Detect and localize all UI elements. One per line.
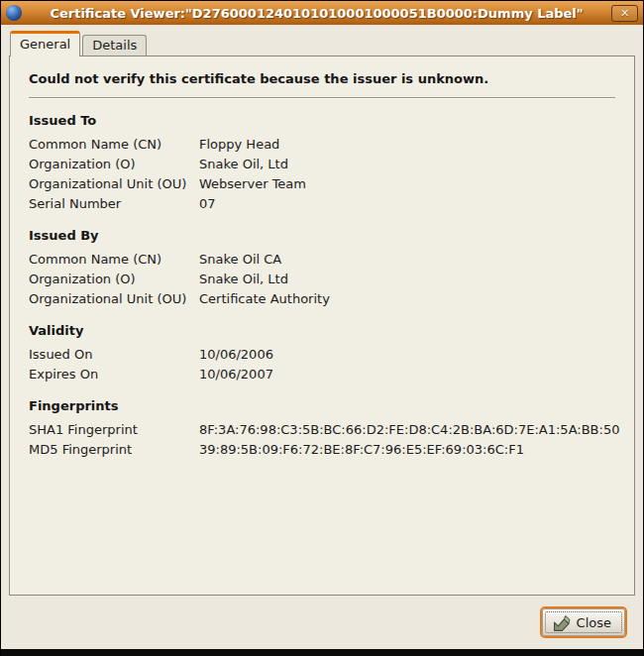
field-value: 10/06/2007	[199, 365, 615, 384]
verification-warning: Could not verify this certificate becaus…	[29, 69, 615, 86]
tab-details-label: Details	[92, 38, 137, 53]
field-value: 39:89:5B:09:F6:72:BE:8F:C7:96:E5:EF:69:0…	[199, 440, 619, 460]
field-label: Issued On	[29, 345, 199, 365]
section-title: Issued To	[29, 113, 615, 128]
field-grid: Issued On 10/06/2006 Expires On 10/06/20…	[29, 345, 615, 384]
field-label: Organizational Unit (OU)	[29, 174, 199, 194]
separator	[29, 97, 615, 99]
close-button[interactable]: Close	[542, 608, 625, 636]
tab-general[interactable]: General	[10, 31, 80, 56]
field-grid: SHA1 Fingerprint 8F:3A:76:98:C3:5B:BC:66…	[29, 420, 615, 460]
field-value: Floppy Head	[199, 135, 615, 155]
field-value: Snake Oil, Ltd	[199, 155, 615, 174]
field-label: SHA1 Fingerprint	[29, 420, 199, 440]
tab-general-label: General	[20, 37, 70, 52]
field-grid: Common Name (CN) Snake Oil CA Organizati…	[29, 250, 615, 309]
section-title: Validity	[29, 323, 615, 338]
section-validity: Validity Issued On 10/06/2006 Expires On…	[29, 323, 615, 384]
titlebar[interactable]: Certificate Viewer:"D2760001240101010001…	[1, 1, 643, 25]
field-label: Common Name (CN)	[29, 135, 199, 155]
field-label: Serial Number	[29, 194, 199, 214]
field-value: Snake Oil, Ltd	[199, 270, 615, 289]
field-value: Webserver Team	[199, 174, 615, 194]
field-value: Certificate Authority	[199, 289, 615, 309]
section-issued-by: Issued By Common Name (CN) Snake Oil CA …	[29, 228, 615, 309]
field-label: Organization (O)	[29, 155, 199, 174]
window-close-button[interactable]: ✕	[611, 5, 638, 22]
field-label: Expires On	[29, 365, 199, 384]
field-label: Organizational Unit (OU)	[29, 289, 199, 309]
window-bottom-border	[1, 649, 643, 656]
section-issued-to: Issued To Common Name (CN) Floppy Head O…	[29, 113, 615, 214]
tab-bar: General Details	[1, 25, 643, 55]
window-title: Certificate Viewer:"D2760001240101010001…	[26, 6, 607, 21]
section-fingerprints: Fingerprints SHA1 Fingerprint 8F:3A:76:9…	[29, 398, 615, 460]
field-value: 10/06/2006	[199, 345, 615, 365]
field-value: 07	[199, 194, 615, 214]
globe-icon	[6, 5, 22, 21]
close-button-label: Close	[577, 615, 611, 630]
dialog-action-area: Close	[1, 596, 643, 649]
field-grid: Common Name (CN) Floppy Head Organizatio…	[29, 135, 615, 214]
field-label: Organization (O)	[29, 270, 199, 289]
field-label: MD5 Fingerprint	[29, 440, 199, 460]
section-title: Fingerprints	[29, 398, 615, 413]
tab-details[interactable]: Details	[82, 35, 147, 55]
field-label: Common Name (CN)	[29, 250, 199, 270]
section-title: Issued By	[29, 228, 615, 243]
certificate-viewer-window: Certificate Viewer:"D2760001240101010001…	[0, 0, 644, 656]
field-value: Snake Oil CA	[199, 250, 615, 270]
general-tab-panel: Could not verify this certificate becaus…	[9, 55, 635, 596]
close-arrow-icon	[552, 613, 572, 632]
close-icon: ✕	[620, 7, 629, 20]
field-value: 8F:3A:76:98:C3:5B:BC:66:D2:FE:D8:C4:2B:B…	[199, 420, 619, 440]
